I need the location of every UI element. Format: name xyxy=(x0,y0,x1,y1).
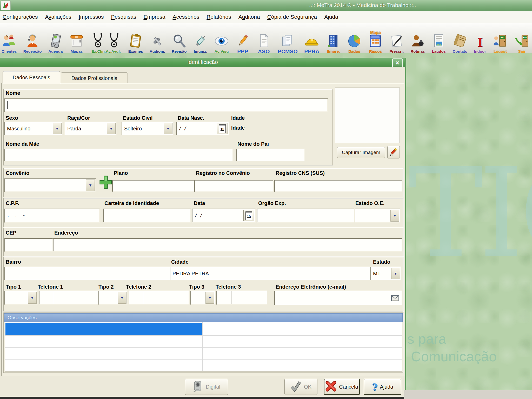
telefone1-input[interactable] xyxy=(39,291,99,305)
toolbar-exclin-avavul[interactable]: Ex.Clin.Av.Avul. xyxy=(90,29,122,54)
menu-ajuda[interactable]: Ajuda xyxy=(324,14,338,20)
convenio-select[interactable] xyxy=(4,178,96,192)
menu-avaliacoes[interactable]: Avaliações xyxy=(45,14,71,20)
toolbar-logout[interactable]: EXIT Logout xyxy=(493,29,508,54)
data-nasc-input[interactable]: / /15 xyxy=(176,122,229,135)
chevron-down-icon[interactable] xyxy=(118,292,127,304)
estado-select[interactable]: MT xyxy=(370,267,401,280)
menu-copia-seguranca[interactable]: Cópia de Segurança xyxy=(267,14,317,20)
chevron-down-icon[interactable] xyxy=(391,268,400,279)
toolbar-laudos[interactable]: Laudos xyxy=(431,29,446,54)
selected-cell[interactable] xyxy=(5,323,202,335)
toolbar-recepcao[interactable]: Recepção xyxy=(23,29,42,54)
dados-pessoais-page: Nome Sexo Raça/Cor Estado Civil Data Nas… xyxy=(1,83,404,376)
digital-button[interactable]: Digital xyxy=(185,379,228,395)
nome-mae-input[interactable] xyxy=(4,149,233,161)
chevron-down-icon[interactable] xyxy=(164,123,172,134)
grid-line xyxy=(5,347,402,348)
orgao-exp-input[interactable] xyxy=(257,209,354,223)
toolbar-audiom[interactable]: Audiom. xyxy=(150,29,165,54)
telefone2-input[interactable] xyxy=(129,291,189,305)
ok-button[interactable]: OK xyxy=(284,379,317,395)
endereco-input[interactable] xyxy=(53,238,402,252)
bairro-input[interactable] xyxy=(4,267,171,280)
nome-input[interactable] xyxy=(4,98,328,112)
toolbar-contato[interactable]: Contato xyxy=(453,29,468,54)
toolbar-empre[interactable]: Empre. xyxy=(326,29,341,54)
plano-input[interactable] xyxy=(112,180,195,192)
tipo2-select[interactable] xyxy=(98,291,128,305)
calendar-icon[interactable]: 15 xyxy=(217,123,228,134)
toolbar-ppp[interactable]: PPP xyxy=(235,29,250,54)
email-input[interactable] xyxy=(274,291,402,305)
tab-dados-profissionais[interactable]: Dados Profissionais xyxy=(61,72,128,84)
menu-empresa[interactable]: Empresa xyxy=(143,14,165,20)
estado-oe-select[interactable] xyxy=(355,209,400,223)
carteira-identidade-input[interactable] xyxy=(103,209,191,223)
toolbar-mapa-riscos[interactable]: Mapa Riscos xyxy=(368,29,383,54)
dialog-title: Identificação xyxy=(0,59,405,65)
toolbar: Clientes Recepção Agenda Mapas Ex.Clin.A… xyxy=(0,23,532,55)
observacoes-table[interactable] xyxy=(5,322,402,371)
menu-bar: Configurações Avaliações Impressos Pesqu… xyxy=(0,11,532,23)
toolbar-prescri[interactable]: Prescri. xyxy=(389,29,404,54)
chevron-down-icon[interactable] xyxy=(53,123,62,134)
chevron-down-icon[interactable] xyxy=(390,210,399,222)
calendar-icon[interactable]: 15 xyxy=(243,210,254,221)
menu-auditoria[interactable]: Auditoria xyxy=(238,14,260,20)
add-convenio-button[interactable] xyxy=(98,173,114,193)
convenio-label: Convênio xyxy=(6,170,29,176)
close-icon[interactable]: ✕ xyxy=(392,58,403,67)
taskbar-area xyxy=(404,390,532,399)
capturar-imagem-button[interactable]: Capturar Imagem xyxy=(337,147,385,158)
toolbar-aso[interactable]: ASO xyxy=(257,29,271,54)
ajuda-button[interactable]: ? Ajuda xyxy=(364,379,401,395)
menu-pesquisas[interactable]: Pesquisas xyxy=(111,14,136,20)
data-exp-input[interactable]: / /15 xyxy=(192,209,256,223)
chevron-down-icon[interactable] xyxy=(86,179,95,191)
sexo-select[interactable]: Masculino xyxy=(4,122,63,135)
menu-impressos[interactable]: Impressos xyxy=(79,14,104,20)
toolbar-rotinas[interactable]: Rotinas xyxy=(410,29,425,54)
cidade-label: Cidade xyxy=(171,259,189,265)
toolbar-revisao[interactable]: Revisão xyxy=(172,29,187,54)
toolbar-acvisu[interactable]: Ac.Visu xyxy=(214,29,229,54)
cpf-input[interactable]: . . - xyxy=(4,209,100,223)
estado-civil-select[interactable]: Solteiro xyxy=(122,122,174,135)
nome-pai-input[interactable] xyxy=(236,149,305,161)
cidade-input[interactable]: PEDRA PETRA xyxy=(170,267,371,280)
orgao-exp-label: Orgão Exp. xyxy=(258,200,286,206)
email-label: Endereço Eletrônico (e-mail) xyxy=(276,284,346,290)
toolbar-agenda[interactable]: Agenda xyxy=(48,29,63,54)
cep-input[interactable] xyxy=(4,238,53,252)
toolbar-sair[interactable]: EXIT Sair xyxy=(514,29,529,54)
menu-configuracoes[interactable]: Configurações xyxy=(3,14,38,20)
identificacao-dialog: Identificação ✕ Dados Pessoais Dados Pro… xyxy=(0,58,406,398)
tab-dados-pessoais[interactable]: Dados Pessoais xyxy=(3,71,60,84)
chevron-down-icon[interactable] xyxy=(28,292,37,304)
tipo3-select[interactable] xyxy=(190,291,215,305)
observacoes-header: Observações xyxy=(4,313,403,322)
raca-cor-select[interactable]: Parda xyxy=(65,122,117,135)
toolbar-mapas[interactable]: Mapas xyxy=(69,29,84,54)
toolbar-clientes[interactable]: Clientes xyxy=(2,29,17,54)
menu-acessorios[interactable]: Acessórios xyxy=(172,14,199,20)
registro-cns-input[interactable] xyxy=(274,180,402,192)
registro-convenio-input[interactable] xyxy=(194,180,274,192)
telefone3-input[interactable] xyxy=(216,291,267,305)
menu-relatorios[interactable]: Relatórios xyxy=(207,14,231,20)
toolbar-exames[interactable]: Exames xyxy=(128,29,143,54)
bairro-label: Bairro xyxy=(6,259,21,265)
toolbar-pcmso[interactable]: PCMSO xyxy=(278,29,298,54)
toolbar-dados[interactable]: Dados xyxy=(347,29,362,54)
cancela-button[interactable]: Cancela xyxy=(324,379,360,395)
chevron-down-icon[interactable] xyxy=(107,123,116,134)
tipo1-select[interactable] xyxy=(4,291,38,305)
toolbar-ppra[interactable]: PPRA xyxy=(304,29,319,54)
toolbar-imuniz[interactable]: Imuniz. xyxy=(193,29,208,54)
chevron-down-icon[interactable] xyxy=(205,292,214,304)
toolbar-indoor[interactable]: I Indoor xyxy=(474,29,486,54)
pie-chart-icon xyxy=(347,34,362,49)
email-icon[interactable] xyxy=(390,293,400,304)
clear-image-button[interactable] xyxy=(387,146,400,158)
